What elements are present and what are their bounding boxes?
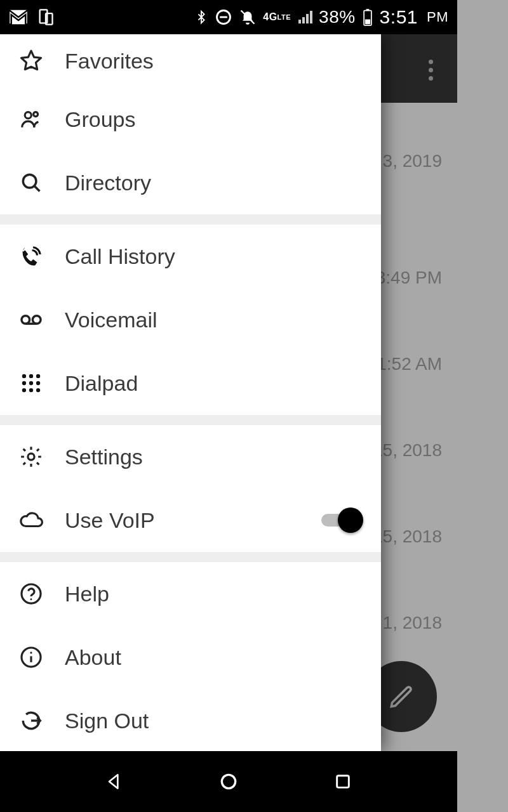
signout-icon xyxy=(19,709,43,733)
svg-point-18 xyxy=(30,652,32,653)
drawer-item-label: Groups xyxy=(65,107,136,132)
drawer-item-voip[interactable]: Use VoIP xyxy=(0,488,381,552)
svg-rect-27 xyxy=(337,776,349,788)
network-4g-icon: 4GLTE xyxy=(263,12,291,22)
svg-point-13 xyxy=(36,388,40,392)
gmail-icon xyxy=(9,10,28,25)
drawer-item-signout[interactable]: Sign Out xyxy=(0,689,381,751)
svg-point-12 xyxy=(29,388,33,392)
drawer-item-label: Use VoIP xyxy=(65,508,155,533)
status-ampm: PM xyxy=(427,9,448,25)
recents-button[interactable] xyxy=(330,769,356,794)
drawer-item-groups[interactable]: Groups xyxy=(0,88,381,151)
svg-point-8 xyxy=(22,381,26,385)
svg-point-4 xyxy=(32,316,41,324)
drawer-divider xyxy=(0,214,381,225)
cloud-icon xyxy=(19,508,43,532)
svg-point-2 xyxy=(23,174,36,188)
drawer-item-help[interactable]: Help xyxy=(0,562,381,625)
drawer-item-label: Settings xyxy=(65,445,143,469)
svg-point-7 xyxy=(36,374,40,378)
drawer-item-history[interactable]: Call History xyxy=(0,225,381,288)
drawer-item-label: Sign Out xyxy=(65,709,149,733)
svg-rect-24 xyxy=(366,9,369,10)
help-icon xyxy=(19,582,43,606)
drawer-item-label: Dialpad xyxy=(65,371,138,396)
notifications-off-icon xyxy=(239,8,257,26)
drawer-item-label: Voicemail xyxy=(65,308,157,332)
drawer-item-about[interactable]: About xyxy=(0,625,381,689)
voip-toggle[interactable] xyxy=(321,508,362,533)
side-bezel xyxy=(457,0,508,812)
svg-point-1 xyxy=(34,112,38,117)
status-time: 3:51 xyxy=(380,6,418,28)
svg-point-16 xyxy=(30,598,32,600)
battery-percent: 38% xyxy=(319,7,356,27)
svg-point-6 xyxy=(29,374,33,378)
drawer-divider xyxy=(0,415,381,425)
svg-point-14 xyxy=(28,454,34,460)
system-nav-bar xyxy=(0,751,457,812)
signal-icon xyxy=(297,10,312,25)
svg-point-26 xyxy=(222,775,235,788)
dnd-icon xyxy=(215,8,232,26)
home-button[interactable] xyxy=(216,769,241,794)
voicemail-icon xyxy=(19,308,43,332)
drawer-item-label: Call History xyxy=(65,244,175,269)
svg-point-5 xyxy=(22,374,26,378)
drawer-item-dialpad[interactable]: Dialpad xyxy=(0,351,381,415)
drawer-item-label: Help xyxy=(65,582,109,606)
svg-point-9 xyxy=(29,381,33,385)
bluetooth-icon xyxy=(194,8,208,26)
people-icon xyxy=(19,107,43,131)
drawer-item-label: Directory xyxy=(65,171,151,195)
search-icon xyxy=(19,171,43,195)
svg-point-10 xyxy=(36,381,40,385)
drawer-item-settings[interactable]: Settings xyxy=(0,425,381,488)
svg-point-15 xyxy=(22,584,41,603)
drawer-divider xyxy=(0,552,381,562)
call-history-icon xyxy=(19,244,43,268)
info-icon xyxy=(19,645,43,669)
nav-drawer: Favorites Groups Directory xyxy=(0,34,381,751)
status-bar: 4GLTE 38% 3:51 PM xyxy=(0,0,457,34)
svg-rect-25 xyxy=(365,20,370,25)
gear-icon xyxy=(19,445,43,469)
drawer-item-directory[interactable]: Directory xyxy=(0,151,381,214)
drawer-item-voicemail[interactable]: Voicemail xyxy=(0,288,381,351)
svg-point-3 xyxy=(22,316,30,324)
devices-icon xyxy=(37,8,55,26)
dialpad-icon xyxy=(19,371,43,395)
drawer-item-label: Favorites xyxy=(65,49,154,74)
back-button[interactable] xyxy=(102,769,127,794)
star-icon xyxy=(19,49,43,73)
battery-icon xyxy=(362,8,373,26)
svg-point-11 xyxy=(22,388,26,392)
drawer-item-favorites[interactable]: Favorites xyxy=(0,34,381,88)
svg-point-0 xyxy=(25,112,31,119)
drawer-item-label: About xyxy=(65,645,121,670)
